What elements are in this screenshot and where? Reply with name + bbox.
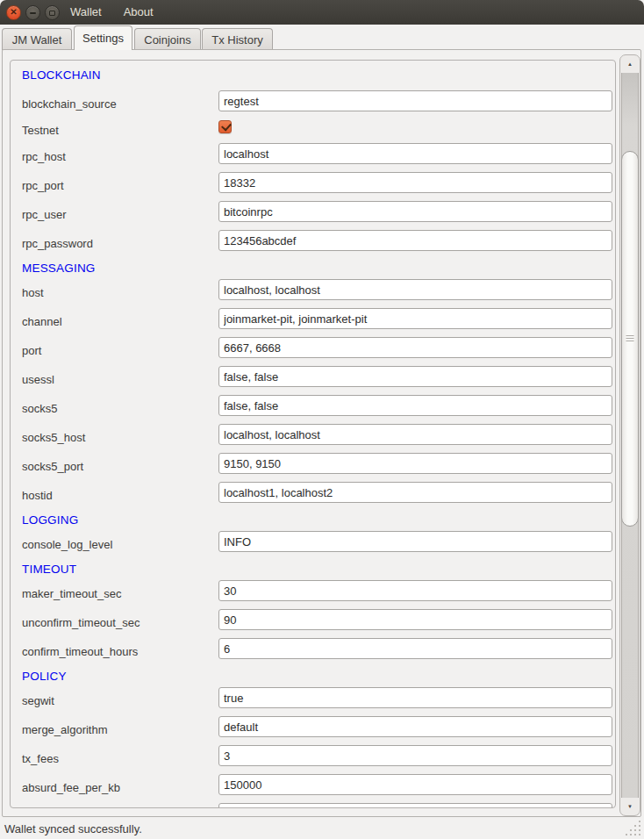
settings-row-unconfirm_timeout_sec: unconfirm_timeout_sec [11,608,615,637]
checkmark-icon [221,120,232,131]
tab-jm-wallet[interactable]: JM Wallet [2,28,72,50]
field-input-socks5_port[interactable] [218,453,612,474]
settings-row-maker_timeout_sec: maker_timeout_sec [11,579,615,608]
field-label: socks5_host [22,423,85,452]
tab-bar: JM WalletSettingsCoinjoinsTx History [0,25,644,50]
titlebar: ✕ Wallet About [0,0,644,25]
field-label: rpc_user [22,200,67,229]
menu-wallet[interactable]: Wallet [68,0,104,25]
settings-row-port: port [11,336,615,365]
settings-row-rpc_user: rpc_user [11,200,615,229]
field-input[interactable] [218,803,612,808]
field-input-segwit[interactable] [218,687,612,708]
settings-row [11,802,615,808]
section-title-policy: POLICY [11,666,615,686]
maximize-icon [49,11,55,16]
settings-row-socks5_port: socks5_port [11,452,615,481]
field-label: tx_fees [22,744,59,773]
section-title-timeout: TIMEOUT [11,559,615,579]
settings-row-rpc_password: rpc_password [11,229,615,258]
field-label: rpc_port [22,171,64,200]
field-input-socks5[interactable] [218,395,612,416]
field-label: absurd_fee_per_kb [22,773,120,802]
scrollbar-thumb[interactable] [621,151,639,527]
settings-row-confirm_timeout_hours: confirm_timeout_hours [11,637,615,666]
settings-row-absurd_fee_per_kb: absurd_fee_per_kb [11,773,615,802]
close-button[interactable]: ✕ [6,5,21,20]
menu-about[interactable]: About [122,0,155,25]
status-bar: Wallet synced successfully. [0,818,644,839]
section-title-blockchain: BLOCKCHAIN [11,61,615,90]
minimize-icon [30,12,36,14]
settings-row-tx_fees: tx_fees [11,744,615,773]
menubar: Wallet About [68,0,155,25]
checkbox-testnet[interactable] [218,120,232,133]
minimize-button[interactable] [25,5,40,20]
field-label: maker_timeout_sec [22,579,121,608]
scrollbar-track[interactable] [621,73,639,798]
field-label: host [22,278,44,307]
close-icon: ✕ [10,8,17,17]
scroll-down-button[interactable]: ▼ [620,798,640,815]
tab-pane: BLOCKCHAINblockchain_sourceTestnetrpc_ho… [2,49,641,817]
section-title-messaging: MESSAGING [11,258,615,278]
field-input-unconfirm_timeout_sec[interactable] [218,609,612,630]
settings-row-blockchain_source: blockchain_source [11,90,615,118]
field-label: confirm_timeout_hours [22,637,138,666]
field-input-hostid[interactable] [218,482,612,503]
tab-coinjoins[interactable]: Coinjoins [134,28,201,50]
settings-row-merge_algorithm: merge_algorithm [11,715,615,744]
settings-row-socks5_host: socks5_host [11,423,615,452]
field-label: merge_algorithm [22,715,108,744]
settings-row-channel: channel [11,307,615,336]
field-label: unconfirm_timeout_sec [22,608,140,637]
field-label: rpc_host [22,142,66,171]
field-input-channel[interactable] [218,308,612,329]
field-input-host[interactable] [218,279,612,300]
tab-settings[interactable]: Settings [74,25,132,50]
section-title-logging: LOGGING [11,510,615,530]
vertical-scrollbar[interactable]: ▲ ▼ [619,54,640,816]
field-input-socks5_host[interactable] [218,424,612,445]
field-label: port [22,336,41,365]
settings-row-host: host [11,278,615,307]
field-label: channel [22,307,62,336]
status-message: Wallet synced successfully. [4,822,142,835]
settings-row-segwit: segwit [11,686,615,715]
field-input-maker_timeout_sec[interactable] [218,580,612,601]
field-input-confirm_timeout_hours[interactable] [218,638,612,659]
field-input-rpc_host[interactable] [218,143,612,164]
field-label: rpc_password [22,229,93,258]
scroll-up-button[interactable]: ▲ [620,55,640,73]
field-label: blockchain_source [22,90,117,118]
settings-row-rpc_port: rpc_port [11,171,615,200]
field-input-tx_fees[interactable] [218,745,612,766]
field-label: socks5_port [22,452,83,481]
field-input-port[interactable] [218,337,612,358]
settings-row-hostid: hostid [11,481,615,510]
field-input-rpc_user[interactable] [218,201,612,222]
field-input-merge_algorithm[interactable] [218,716,612,737]
field-input-blockchain_source[interactable] [218,90,612,111]
field-input-rpc_port[interactable] [218,172,612,193]
maximize-button[interactable] [45,5,60,20]
field-label: Testnet [22,118,59,142]
field-input-rpc_password[interactable] [218,230,612,251]
field-label: usessl [22,365,54,394]
tab-tx-history[interactable]: Tx History [202,28,273,50]
field-input-usessl[interactable] [218,366,612,387]
field-label: hostid [22,481,53,510]
field-label: socks5 [22,394,57,423]
field-input-console_log_level[interactable] [218,531,612,552]
field-label: console_log_level [22,530,112,559]
resize-grip[interactable] [639,834,640,835]
settings-row-rpc_host: rpc_host [11,142,615,171]
settings-row-usessl: usessl [11,365,615,394]
settings-row-Testnet: Testnet [11,118,615,142]
settings-row-console_log_level: console_log_level [11,530,615,559]
app-window: ✕ Wallet About JM WalletSettingsCoinjoin… [0,0,644,839]
field-input-absurd_fee_per_kb[interactable] [218,774,612,795]
settings-row-socks5: socks5 [11,394,615,423]
settings-form: BLOCKCHAINblockchain_sourceTestnetrpc_ho… [10,60,616,808]
scrollbar-grip-icon [626,335,634,342]
